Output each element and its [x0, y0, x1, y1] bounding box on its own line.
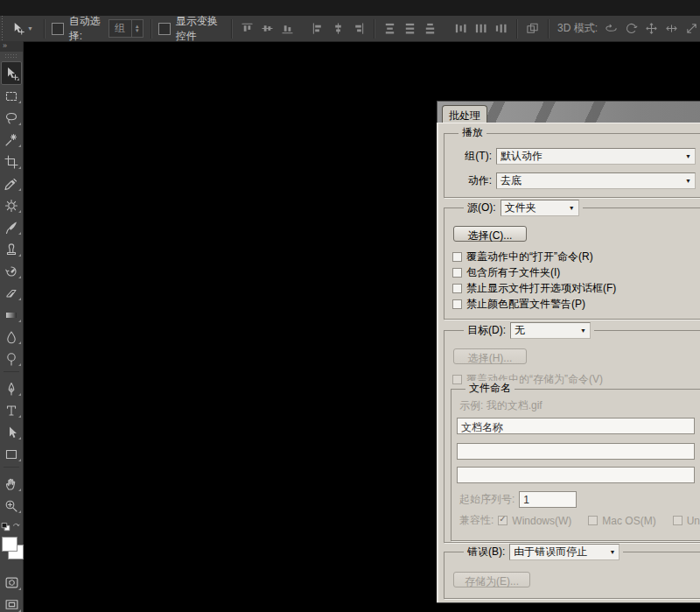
serial-number-row: 起始序列号: 1	[459, 491, 577, 508]
action-dropdown[interactable]: 去底▼	[496, 172, 696, 189]
distribute-right-edges-icon	[494, 22, 508, 35]
options-bar-grip[interactable]	[0, 16, 4, 41]
options-bar: ▼ 自动选择: 组 ▲▼ 显示变换控件 3D 模式:	[0, 16, 700, 42]
blur-tool[interactable]	[0, 326, 23, 348]
serial-number-input[interactable]: 1	[519, 491, 577, 508]
compatibility-row: 兼容性: Windows(W) Mac OS(M) Unix(U)	[459, 513, 700, 528]
source-dropdown[interactable]: 文件夹▼	[500, 200, 579, 216]
dodge-tool-icon	[4, 352, 18, 366]
magic-wand-tool[interactable]	[0, 129, 23, 151]
quick-mask-mode[interactable]	[0, 572, 23, 594]
photoshop-window: ▼ 自动选择: 组 ▲▼ 显示变换控件 3D 模式: »	[0, 0, 700, 612]
dropdown-arrow-icon: ▼	[564, 205, 575, 211]
align-left-edges-button[interactable]	[310, 20, 326, 38]
source-legend: 源(O): 文件夹▼	[464, 200, 583, 216]
separator	[548, 19, 549, 39]
errors-dropdown[interactable]: 由于错误而停止▼	[509, 544, 620, 560]
align-top-edges-icon	[241, 22, 254, 35]
align-horizontal-centers-button[interactable]	[330, 20, 346, 38]
file-naming-group: 文件命名 示例: 我的文档.gif 文档名称 起始序列号: 1 兼容性: Win…	[451, 389, 700, 541]
separator	[516, 19, 517, 39]
hand-tool-icon	[4, 477, 18, 491]
distribute-bottom-edges-button[interactable]	[422, 20, 438, 38]
override-open-checkbox[interactable]: 覆盖动作中的“打开”命令(R)	[452, 250, 593, 264]
source-group: 源(O): 文件夹▼ 选择(C)... 覆盖动作中的“打开”命令(R) 包含所有…	[444, 208, 700, 320]
screen-mode[interactable]	[0, 594, 23, 612]
source-choose-button[interactable]: 选择(C)...	[453, 226, 527, 242]
screen-mode-icon	[4, 597, 19, 612]
marquee-tool[interactable]	[0, 85, 23, 107]
naming-field-3[interactable]	[457, 467, 695, 483]
history-brush-tool[interactable]	[0, 260, 23, 282]
hand-tool[interactable]	[0, 473, 23, 495]
pen-tool[interactable]	[0, 377, 23, 399]
suppress-profile-warnings-checkbox[interactable]: 禁止颜色配置文件警告(P)	[452, 297, 585, 312]
move-tool[interactable]	[1, 61, 22, 85]
eyedropper-tool[interactable]	[0, 172, 23, 194]
distribute-top-edges-button[interactable]	[382, 20, 398, 38]
suppress-open-dialogs-checkbox[interactable]: 禁止显示文件打开选项对话框(F)	[452, 281, 616, 296]
path-select-tool[interactable]	[0, 421, 23, 443]
panel-grip[interactable]	[4, 53, 18, 59]
tool-panel: »	[0, 41, 24, 612]
3d-scale-button[interactable]	[683, 20, 700, 38]
lasso-tool[interactable]	[0, 107, 23, 129]
action-label: 动作:	[452, 173, 492, 188]
eraser-tool-icon	[4, 286, 18, 300]
dodge-tool[interactable]	[0, 348, 23, 369]
foreground-color-swatch[interactable]	[2, 537, 18, 552]
3d-drag-button[interactable]	[643, 20, 660, 38]
distribute-vertical-centers-button[interactable]	[402, 20, 418, 38]
auto-select-label: 自动选择:	[69, 14, 102, 44]
move-tool-preset[interactable]: ▼	[8, 22, 37, 35]
default-colors-icon	[1, 522, 11, 532]
auto-select-checkbox[interactable]: 自动选择:	[52, 14, 102, 44]
naming-field-2[interactable]	[457, 443, 695, 460]
source-label: 源(O):	[467, 200, 496, 215]
gradient-tool[interactable]	[0, 304, 23, 326]
type-tool[interactable]	[0, 399, 23, 421]
checkbox-box	[452, 268, 462, 278]
move-tool-icon	[11, 22, 24, 35]
auto-align-layers-button[interactable]	[524, 20, 541, 38]
3d-roll-button[interactable]	[623, 20, 640, 38]
align-right-edges-button[interactable]	[350, 20, 367, 38]
align-top-edges-button[interactable]	[239, 20, 256, 38]
brush-tool[interactable]	[0, 216, 23, 238]
distribute-horizontal-centers-button[interactable]	[472, 20, 489, 38]
blur-tool-icon	[4, 330, 18, 344]
zoom-tool[interactable]	[0, 495, 23, 517]
separator	[150, 19, 151, 39]
distribute-vertical-centers-icon	[403, 22, 416, 35]
checkbox-box	[452, 252, 462, 262]
align-vertical-centers-button[interactable]	[259, 20, 276, 38]
eraser-tool[interactable]	[0, 282, 23, 304]
healing-brush-tool-icon	[4, 199, 18, 213]
distribute-right-edges-button[interactable]	[493, 20, 509, 38]
action-set-dropdown[interactable]: 默认动作▼	[496, 148, 696, 165]
auto-align-group	[524, 20, 541, 38]
quick-mask-mode-icon	[4, 575, 19, 590]
rectangle-tool[interactable]	[0, 443, 23, 465]
crop-tool[interactable]	[0, 151, 23, 172]
distribute-left-edges-button[interactable]	[452, 20, 469, 38]
tool-separator	[4, 371, 19, 376]
healing-brush-tool[interactable]	[0, 194, 23, 216]
include-subfolders-checkbox[interactable]: 包含所有子文件夹(I)	[452, 265, 560, 280]
destination-legend: 目标(D): 无▼	[464, 322, 594, 339]
default-colors-icon[interactable]	[1, 522, 11, 532]
dialog-titlebar[interactable]: 批处理	[437, 101, 700, 123]
3d-slide-button[interactable]	[663, 20, 680, 38]
swap-colors-icon[interactable]	[11, 521, 22, 531]
destination-dropdown[interactable]: 无▼	[510, 322, 591, 339]
show-transform-checkbox[interactable]: 显示变换控件	[158, 14, 224, 44]
auto-select-mode-dropdown[interactable]: 组 ▲▼	[108, 19, 144, 38]
gradient-tool-icon	[4, 308, 18, 322]
chevron-down-icon: ▼	[27, 25, 33, 32]
move-tool-icon	[11, 22, 24, 35]
naming-field-1[interactable]: 文档名称	[457, 418, 695, 434]
3d-rotate-button[interactable]	[603, 20, 620, 38]
align-bottom-edges-button[interactable]	[279, 20, 296, 38]
clone-stamp-tool[interactable]	[0, 238, 23, 260]
panel-collapse-button[interactable]: »	[0, 41, 23, 52]
